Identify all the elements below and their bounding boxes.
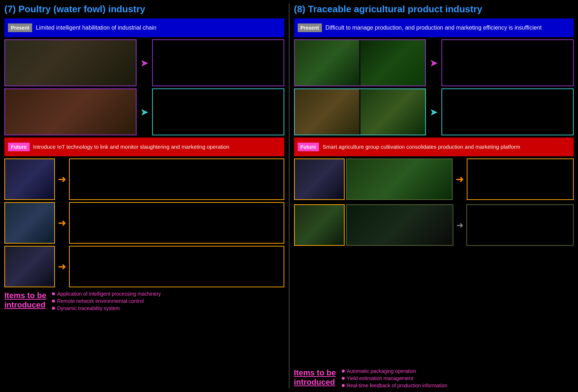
left-future-banner: Future Introduce IoT technology to link … xyxy=(4,138,284,156)
left-dot-2 xyxy=(52,300,55,302)
right-future-text: Smart agriculture group cultivation cons… xyxy=(323,143,520,151)
left-future-row-2: ➜ xyxy=(4,202,284,244)
right-tower-image xyxy=(294,158,345,200)
right-item-3: Real-time feedback of production informa… xyxy=(342,383,448,388)
right-present-label: Present xyxy=(298,23,322,32)
left-future-black-2 xyxy=(69,202,284,244)
left-future-black-3 xyxy=(69,246,284,287)
right-dark-arrow-2: ➜ xyxy=(456,220,463,230)
left-arrow-2: ➤ xyxy=(140,106,148,118)
right-img-half-4 xyxy=(361,89,425,135)
right-present-banner: Present Difficult to manage production, … xyxy=(294,18,574,37)
right-future-black-2 xyxy=(466,204,574,246)
right-arrow-1: ➤ xyxy=(430,57,438,69)
left-panel: (7) Poultry (water fowl) industry Presen… xyxy=(0,0,289,392)
right-black-box-2 xyxy=(441,88,574,135)
left-image-row-2: ➤ xyxy=(4,88,284,135)
left-future-row-1: ➜ xyxy=(4,158,284,200)
left-bird-image xyxy=(4,39,137,86)
right-dot-3 xyxy=(342,384,345,387)
right-img-half-2 xyxy=(361,40,425,86)
right-panel: (8) Traceable agricultural product indus… xyxy=(290,0,578,392)
left-items-label: Items to be introduced xyxy=(4,291,46,310)
right-img-half-1 xyxy=(295,40,359,86)
right-field-people-image xyxy=(294,39,426,86)
left-future-row-3: ➜ xyxy=(4,246,284,287)
right-black-box-1 xyxy=(441,39,574,86)
right-truck-image xyxy=(294,88,426,135)
left-image-row-1: ➤ xyxy=(4,39,284,86)
main-container: (7) Poultry (water fowl) industry Presen… xyxy=(0,0,578,392)
left-arrow-1: ➤ xyxy=(140,57,148,69)
right-items-row: Items to be introduced Automatic packagi… xyxy=(294,365,574,388)
right-item-1: Automatic packaging operation xyxy=(342,368,448,374)
right-gate-image xyxy=(346,204,453,246)
right-future-banner: Future Smart agriculture group cultivati… xyxy=(294,138,574,156)
left-tablet-image xyxy=(4,202,55,244)
left-slaughter-image xyxy=(4,88,137,135)
left-item-3: Dynamic traceability system xyxy=(52,305,161,311)
left-black-box-2 xyxy=(152,88,284,135)
left-item-1: Application of intelligent processing ma… xyxy=(52,291,161,297)
left-screen-image xyxy=(4,158,55,200)
right-cattle-image xyxy=(294,204,345,246)
right-orange-arrow-1: ➜ xyxy=(456,173,464,185)
right-items-list: Automatic packaging operation Yield esti… xyxy=(342,368,448,388)
left-present-text: Limited intelligent habilitation of indu… xyxy=(36,24,156,32)
left-orange-arrow-3: ➜ xyxy=(58,261,66,273)
left-items-list: Application of intelligent processing ma… xyxy=(52,291,161,311)
left-chart-image xyxy=(4,246,55,287)
left-future-label: Future xyxy=(8,143,30,151)
right-dot-1 xyxy=(342,370,345,373)
left-present-banner: Present Limited intelligent habilitation… xyxy=(4,18,284,37)
right-future-black-1 xyxy=(467,158,574,200)
left-orange-arrow-1: ➜ xyxy=(58,173,66,185)
right-image-row-1: ➤ xyxy=(294,39,574,86)
right-future-row-1: ➜ xyxy=(294,158,574,200)
right-future-label: Future xyxy=(298,143,319,151)
left-future-text: Introduce IoT technology to link and mon… xyxy=(33,143,229,151)
left-orange-arrow-2: ➜ xyxy=(58,217,66,229)
right-image-row-2: ➤ xyxy=(294,88,574,135)
left-dot-1 xyxy=(52,292,55,295)
right-img-half-3 xyxy=(295,89,359,135)
right-item-2: Yield estimation management xyxy=(342,375,448,381)
right-hand-image xyxy=(346,158,453,200)
right-dot-2 xyxy=(342,377,345,380)
left-black-box-1 xyxy=(152,39,284,86)
left-items-row: Items to be introduced Application of in… xyxy=(4,291,284,311)
right-present-text: Difficult to manage production, and prod… xyxy=(325,24,542,32)
right-title: (8) Traceable agricultural product indus… xyxy=(294,4,574,15)
left-future-black-1 xyxy=(69,158,284,200)
right-items-label: Items to be introduced xyxy=(294,368,336,387)
left-title: (7) Poultry (water fowl) industry xyxy=(4,4,284,15)
right-arrow-2: ➤ xyxy=(430,106,438,118)
left-item-2: Remote network environmental control xyxy=(52,298,161,304)
left-present-label: Present xyxy=(8,23,32,32)
right-future-row-2: ➜ xyxy=(294,204,574,246)
left-dot-3 xyxy=(52,307,55,310)
